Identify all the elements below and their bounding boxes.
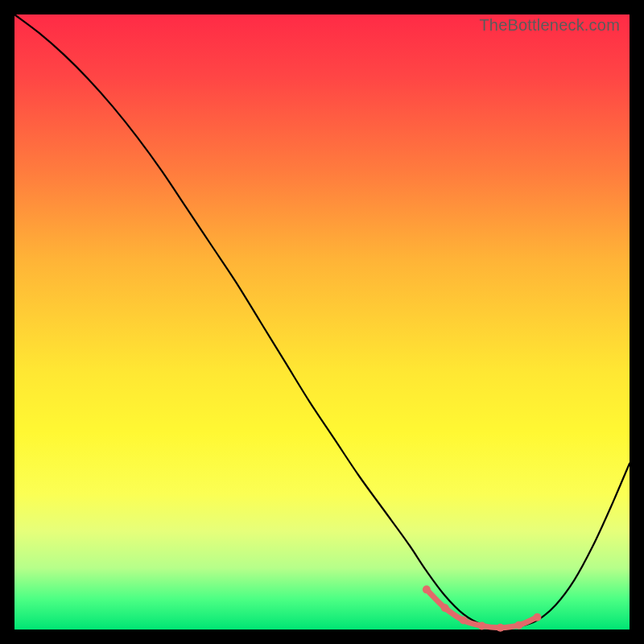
bottleneck-curve xyxy=(14,14,630,629)
chart-svg xyxy=(14,14,630,630)
optimal-range-point xyxy=(533,613,541,621)
chart-plot-area: TheBottleneck.com xyxy=(14,14,630,630)
optimal-range-point xyxy=(460,617,468,625)
optimal-range-point xyxy=(423,585,431,593)
optimal-range-point xyxy=(478,621,486,630)
optimal-range-point xyxy=(497,624,505,632)
optimal-range-highlight xyxy=(423,585,542,631)
optimal-range-point xyxy=(514,621,522,630)
optimal-range-point xyxy=(441,604,449,612)
